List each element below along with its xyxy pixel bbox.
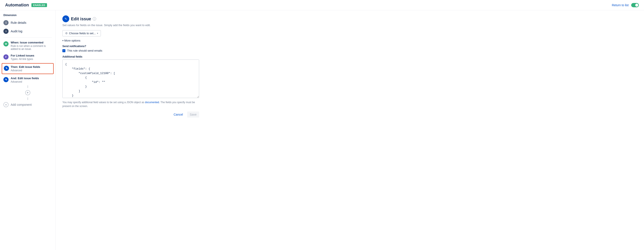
and-item-title: And: Edit issue fields xyxy=(11,77,39,80)
edit-issue-header: ✎ Edit issue i xyxy=(62,16,637,22)
when-item-title: When: Issue commented xyxy=(11,41,52,44)
add-component-label: Add component xyxy=(11,103,32,106)
add-step-button[interactable]: + xyxy=(25,90,30,95)
enabled-badge: ENABLED xyxy=(32,3,47,7)
sidebar-divider xyxy=(4,37,52,38)
add-component-icon: + xyxy=(4,102,8,107)
enabled-toggle[interactable] xyxy=(631,3,639,7)
sidebar-item-when-issue-commented[interactable]: W When: Issue commented Rule is run when… xyxy=(0,39,55,52)
action-buttons: Cancel Save xyxy=(62,111,199,117)
rule-details-label: Rule details xyxy=(11,21,26,24)
edit-issue-info-icon[interactable]: i xyxy=(93,17,96,21)
edit-issue-title: Edit issue xyxy=(71,17,91,21)
for-icon: F xyxy=(4,54,8,60)
top-bar: Automation ENABLED Return to list xyxy=(0,0,644,10)
more-options-label: More options xyxy=(64,39,80,42)
choose-fields-label: Choose fields to set... xyxy=(69,32,96,35)
main-content: Dimension ℹ Rule details ≡ Audit log W W… xyxy=(0,10,644,250)
edit-issue-icon: ✎ xyxy=(62,16,69,22)
sidebar-section-title: Dimension xyxy=(0,14,55,18)
and-item-subtitle: Advanced xyxy=(11,80,39,83)
audit-log-icon: ≡ xyxy=(4,29,8,34)
sidebar-item-then-edit-issue-fields[interactable]: ✎ Then: Edit issue fields Advanced xyxy=(2,63,54,74)
connector-line xyxy=(28,85,28,88)
sidebar-item-and-edit-issue-fields[interactable]: ✎ And: Edit issue fields Advanced xyxy=(0,75,55,85)
caret-icon: ▾ xyxy=(62,39,64,42)
add-component-row[interactable]: + Add component xyxy=(0,100,55,109)
json-note-prefix: You may specify additional field values … xyxy=(62,101,145,104)
return-to-list-link[interactable]: Return to list xyxy=(612,4,628,7)
gear-icon: ⚙ xyxy=(65,32,68,35)
for-linked-issues-text: For Linked issues Types: All link types xyxy=(11,54,34,61)
send-emails-label: This rule should send emails xyxy=(67,49,102,52)
top-bar-left: Automation ENABLED xyxy=(5,3,47,8)
connector-bottom xyxy=(0,97,55,100)
sidebar-item-audit-log[interactable]: ≡ Audit log xyxy=(0,27,55,36)
additional-fields-label: Additional fields xyxy=(62,55,637,58)
add-step-container: + xyxy=(0,88,55,97)
audit-log-label: Audit log xyxy=(11,30,22,33)
edit-issue-description: Set values for fields on the issue. Simp… xyxy=(62,24,637,27)
send-emails-checkbox[interactable] xyxy=(62,49,66,52)
and-icon: ✎ xyxy=(4,77,8,82)
for-item-subtitle: Types: All link types xyxy=(11,58,34,61)
connector-top xyxy=(0,85,55,88)
send-emails-checkbox-row: This rule should send emails xyxy=(62,49,637,52)
sidebar-item-for-linked-issues[interactable]: F For Linked issues Types: All link type… xyxy=(0,52,55,62)
when-icon: W xyxy=(4,41,8,46)
when-item-subtitle: Rule is run when a comment is added to a… xyxy=(11,45,52,51)
and-edit-text: And: Edit issue fields Advanced xyxy=(11,77,39,83)
save-button[interactable]: Save xyxy=(187,111,199,117)
then-edit-text: Then: Edit issue fields Advanced xyxy=(11,65,40,72)
json-field-note: You may specify additional field values … xyxy=(62,100,199,108)
when-issue-commented-text: When: Issue commented Rule is run when a… xyxy=(11,41,52,51)
app-title: Automation xyxy=(5,3,29,8)
choose-fields-button[interactable]: ⚙ Choose fields to set... ▾ xyxy=(62,30,101,36)
chevron-down-icon: ▾ xyxy=(97,32,98,35)
then-item-title: Then: Edit issue fields xyxy=(11,65,40,68)
cancel-button[interactable]: Cancel xyxy=(171,111,186,117)
then-icon: ✎ xyxy=(4,66,9,71)
connector-line-bottom xyxy=(28,97,28,100)
sidebar-item-rule-details[interactable]: ℹ Rule details xyxy=(0,18,55,27)
top-bar-right: Return to list xyxy=(612,3,639,7)
content-area: ✎ Edit issue i Set values for fields on … xyxy=(56,10,644,250)
for-item-title: For Linked issues xyxy=(11,54,34,57)
sidebar: Dimension ℹ Rule details ≡ Audit log W W… xyxy=(0,10,56,250)
more-options-toggle[interactable]: ▾ More options xyxy=(62,39,637,42)
rule-details-icon: ℹ xyxy=(4,20,8,25)
app-container: Automation ENABLED Return to list Dimens… xyxy=(0,0,644,250)
documented-link[interactable]: documented xyxy=(145,101,159,104)
send-notifications-label: Send notifications? xyxy=(62,45,637,48)
json-textarea[interactable] xyxy=(62,60,199,98)
then-item-subtitle: Advanced xyxy=(11,69,40,72)
